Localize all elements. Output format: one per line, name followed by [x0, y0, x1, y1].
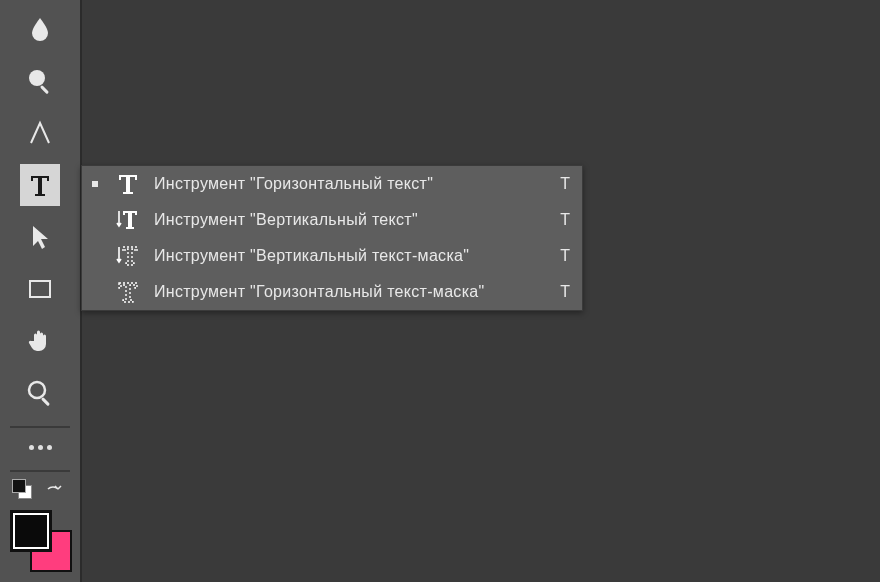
path-selection-tool[interactable]: [20, 216, 60, 258]
pen-icon: [26, 119, 54, 147]
svg-point-0: [29, 70, 45, 86]
zoom-tool[interactable]: [20, 372, 60, 414]
type-tool-flyout: Инструмент "Горизонтальный текст" T Инст…: [81, 165, 583, 311]
hand-icon: [26, 327, 54, 355]
type-icon: [26, 171, 54, 199]
vertical-type-icon: [108, 207, 148, 233]
flyout-item-horizontal-type[interactable]: Инструмент "Горизонтальный текст" T: [82, 166, 582, 202]
color-swatches: [10, 510, 70, 570]
toolbar-divider-2: [10, 470, 70, 472]
svg-point-3: [29, 382, 45, 398]
zoom-icon: [26, 379, 54, 407]
flyout-item-shortcut: T: [540, 283, 570, 301]
flyout-item-horizontal-type-mask[interactable]: Инструмент "Горизонтальный текст-маска" …: [82, 274, 582, 310]
swap-colors[interactable]: [44, 481, 66, 503]
flyout-item-label: Инструмент "Горизонтальный текст-маска": [148, 283, 540, 301]
foreground-swatch[interactable]: [10, 510, 52, 552]
flyout-item-shortcut: T: [540, 211, 570, 229]
flyout-item-label: Инструмент "Вертикальный текст": [148, 211, 540, 229]
svg-rect-1: [40, 85, 49, 94]
flyout-item-label: Инструмент "Вертикальный текст-маска": [148, 247, 540, 265]
horizontal-type-icon: [108, 171, 148, 197]
arrow-cursor-icon: [26, 223, 54, 251]
droplet-icon: [26, 15, 54, 43]
flyout-item-vertical-type-mask[interactable]: Инструмент "Вертикальный текст-маска" T: [82, 238, 582, 274]
vertical-type-mask-icon: [108, 243, 148, 269]
horizontal-type-mask-icon: [108, 279, 148, 305]
flyout-item-label: Инструмент "Горизонтальный текст": [148, 175, 540, 193]
toolbar-divider: [10, 426, 70, 428]
more-tools[interactable]: [20, 432, 60, 462]
toolbar: [0, 0, 82, 582]
mini-foreground-icon: [12, 479, 26, 493]
flyout-item-shortcut: T: [540, 247, 570, 265]
magnifier-dark-icon: [26, 67, 54, 95]
default-colors[interactable]: [12, 479, 32, 499]
ellipsis-icon: [29, 445, 52, 450]
dodge-tool[interactable]: [20, 60, 60, 102]
hand-tool[interactable]: [20, 320, 60, 362]
selected-indicator: [82, 181, 108, 187]
pen-tool[interactable]: [20, 112, 60, 154]
svg-rect-2: [30, 281, 50, 297]
flyout-item-shortcut: T: [540, 175, 570, 193]
flyout-item-vertical-type[interactable]: Инструмент "Вертикальный текст" T: [82, 202, 582, 238]
rectangle-tool[interactable]: [20, 268, 60, 310]
type-tool[interactable]: [20, 164, 60, 206]
svg-rect-4: [41, 397, 50, 406]
rectangle-icon: [26, 275, 54, 303]
blur-tool[interactable]: [20, 8, 60, 50]
